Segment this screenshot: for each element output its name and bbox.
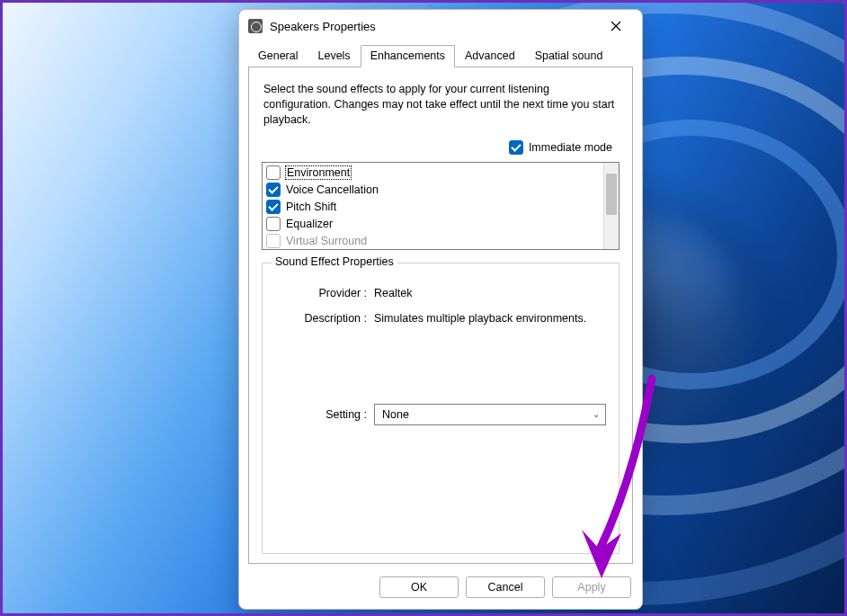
tab-levels[interactable]: Levels — [308, 45, 360, 67]
description-row: Description : Simulates multiple playbac… — [275, 312, 606, 325]
tab-general[interactable]: General — [248, 45, 308, 67]
sound-effect-properties-group: Sound Effect Properties Provider : Realt… — [262, 263, 620, 554]
effect-checkbox[interactable] — [266, 165, 281, 180]
speakers-properties-dialog: Speakers Properties General Levels Enhan… — [238, 9, 643, 610]
apply-button[interactable]: Apply — [552, 576, 631, 598]
immediate-mode-checkbox[interactable] — [509, 140, 523, 155]
window-title: Speakers Properties — [270, 20, 588, 33]
setting-value: None — [382, 408, 409, 421]
setting-row: Setting : None ⌄ — [275, 404, 606, 425]
speaker-icon — [248, 19, 263, 33]
description-value: Simulates multiple playback environments… — [374, 312, 606, 325]
immediate-mode-row[interactable]: Immediate mode — [262, 140, 612, 155]
dialog-buttons: OK Cancel Apply — [239, 571, 642, 609]
tab-advanced[interactable]: Advanced — [455, 45, 525, 67]
effect-voice-cancellation[interactable]: Voice Cancellation — [264, 182, 617, 199]
effect-checkbox[interactable] — [266, 183, 281, 197]
cancel-button[interactable]: Cancel — [466, 576, 545, 598]
setting-label: Setting : — [275, 408, 374, 421]
tab-spatial-sound[interactable]: Spatial sound — [525, 45, 613, 67]
close-icon — [611, 21, 621, 31]
effect-equalizer[interactable]: Equalizer — [264, 216, 617, 233]
provider-value: Realtek — [374, 287, 606, 299]
setting-select[interactable]: None ⌄ — [374, 404, 606, 425]
effect-checkbox[interactable] — [266, 217, 281, 231]
effect-label: Equalizer — [286, 218, 333, 230]
effect-checkbox[interactable] — [266, 200, 281, 214]
effect-label: Virtual Surround — [286, 235, 367, 247]
enhancements-panel: Select the sound effects to apply for yo… — [248, 67, 633, 564]
effects-scrollbar[interactable] — [603, 163, 619, 249]
provider-row: Provider : Realtek — [275, 287, 606, 299]
chevron-down-icon: ⌄ — [593, 409, 600, 419]
effect-checkbox[interactable] — [266, 234, 281, 248]
ok-button[interactable]: OK — [379, 576, 459, 598]
effects-listbox[interactable]: Environment Voice Cancellation Pitch Shi… — [262, 162, 620, 250]
tab-strip: General Levels Enhancements Advanced Spa… — [239, 44, 642, 67]
scrollbar-thumb[interactable] — [606, 174, 617, 215]
description-label: Description : — [275, 312, 374, 325]
group-label: Sound Effect Properties — [272, 255, 397, 268]
panel-description: Select the sound effects to apply for yo… — [263, 82, 618, 128]
titlebar[interactable]: Speakers Properties — [239, 10, 642, 42]
tab-enhancements[interactable]: Enhancements — [361, 45, 455, 67]
effect-virtual-surround[interactable]: Virtual Surround — [264, 233, 617, 250]
effect-label: Environment — [286, 166, 351, 179]
provider-label: Provider : — [275, 287, 374, 299]
effect-pitch-shift[interactable]: Pitch Shift — [264, 199, 617, 216]
effect-label: Voice Cancellation — [286, 183, 379, 196]
effect-label: Pitch Shift — [286, 201, 336, 213]
immediate-mode-label: Immediate mode — [529, 141, 612, 154]
effect-environment[interactable]: Environment — [264, 165, 617, 182]
close-button[interactable] — [595, 12, 637, 40]
